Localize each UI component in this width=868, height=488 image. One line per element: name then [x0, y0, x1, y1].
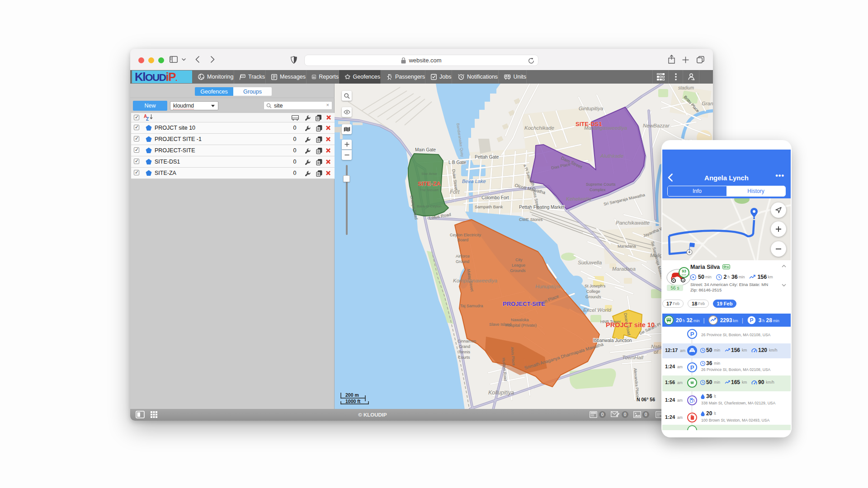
svg-text:Ceylon Electricity: Ceylon Electricity [450, 233, 481, 237]
svg-text:Bank of Ceylon: Bank of Ceylon [417, 204, 441, 208]
svg-text:Airforce: Airforce [456, 254, 470, 258]
svg-text:CWE Stores: CWE Stores [519, 217, 543, 222]
svg-text:Nawaloka: Nawaloka [511, 318, 529, 322]
svg-text:Kochchikade: Kochchikade [524, 125, 554, 131]
svg-text:Grounds: Grounds [585, 295, 601, 299]
svg-text:St Joseph's: St Joseph's [585, 284, 606, 288]
svg-text:Tennis: Tennis [458, 350, 471, 354]
svg-text:Hunupitiya: Hunupitiya [535, 284, 560, 289]
svg-text:Kollupitiya: Kollupitiya [488, 389, 514, 396]
svg-text:NewBazzar: NewBazzar [643, 123, 670, 128]
svg-text:93: 93 [682, 269, 686, 273]
svg-text:Grand: Grand [459, 344, 470, 349]
svg-text:PROJECT-SITE: PROJECT-SITE [503, 300, 545, 307]
svg-text:P: P [750, 317, 753, 324]
svg-text:Beira Lake: Beira Lake [462, 178, 486, 184]
svg-text:Sampath Bank: Sampath Bank [475, 204, 503, 209]
svg-text:200 m: 200 m [345, 392, 359, 398]
svg-text:Star Arise: Star Arise [421, 172, 437, 176]
svg-text:km/h: km/h [682, 274, 686, 276]
svg-text:L B Gate: L B Gate [448, 160, 467, 165]
svg-text:Board: Board [458, 238, 468, 242]
svg-text:Excel World: Excel World [583, 307, 611, 313]
svg-text:Fort: Fort [450, 189, 460, 195]
svg-text:City: City [515, 258, 523, 262]
svg-text:Maradana: Maradana [612, 266, 636, 272]
svg-text:Gintupitiya: Gintupitiya [579, 106, 603, 111]
svg-text:Main Gate: Main Gate [415, 147, 436, 152]
svg-text:PROJCT site 10: PROJCT site 10 [606, 321, 655, 328]
svg-text:Kompannaweediya: Kompannaweediya [453, 278, 497, 283]
svg-text:Supreme Courts: Supreme Courts [586, 182, 616, 187]
svg-text:Panchikawatte: Panchikawatte [616, 220, 650, 225]
svg-text:Grounds: Grounds [510, 268, 526, 273]
svg-text:The Steuart: The Steuart [420, 188, 439, 192]
svg-text:College: College [586, 289, 600, 294]
svg-text:Complex: Complex [590, 188, 606, 192]
svg-text:Taj Samudra: Taj Samudra [460, 304, 483, 308]
svg-text:Kehelwatte: Kehelwatte [566, 196, 592, 202]
svg-text:Courts: Courts [458, 355, 470, 360]
svg-text:TownHall: TownHall [622, 355, 643, 360]
svg-text:Aluthkade: Aluthkade [600, 153, 623, 159]
svg-text:Colombo Fort: Colombo Fort [481, 195, 509, 200]
svg-text:N 06° 56: N 06° 56 [637, 397, 655, 402]
svg-text:Ibbanwala Junction: Ibbanwala Junction [593, 338, 632, 343]
svg-text:League: League [512, 263, 525, 267]
svg-text:Pettah Floating Market: Pettah Floating Market [519, 205, 565, 210]
svg-text:SITE-DS1: SITE-DS1 [576, 121, 602, 127]
svg-text:Maradana: Maradana [618, 244, 636, 249]
svg-text:Gran: Gran [702, 101, 713, 106]
svg-text:Ground: Ground [456, 259, 469, 264]
svg-text:Suduwella: Suduwella [578, 260, 602, 265]
svg-text:stadium: stadium [678, 85, 694, 90]
svg-text:Hospital (Private): Hospital (Private) [505, 323, 537, 328]
svg-text:Pettah Gate: Pettah Gate [475, 155, 499, 160]
svg-text:1000 ft: 1000 ft [345, 399, 361, 404]
svg-text:Cinnamon: Cinnamon [458, 339, 476, 343]
svg-text:SITE-ZA: SITE-ZA [418, 180, 441, 187]
